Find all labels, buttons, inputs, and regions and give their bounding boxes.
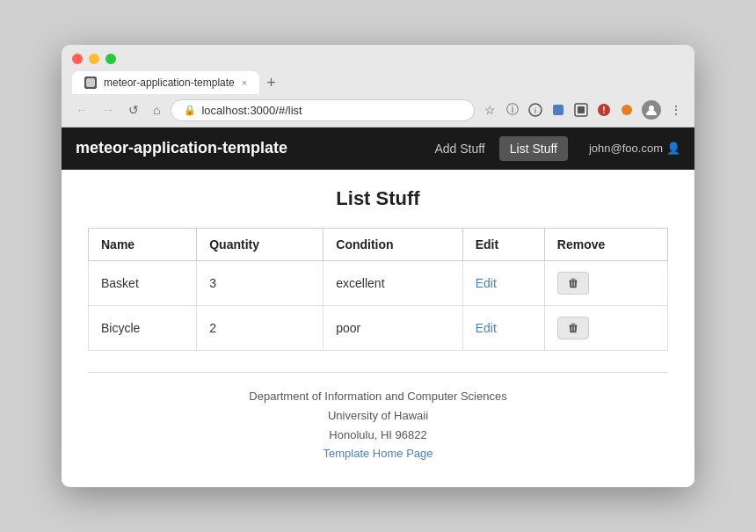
svg-rect-0 [86, 78, 95, 87]
shield-icon[interactable]: i [527, 102, 543, 118]
trash-icon [567, 277, 579, 289]
footer-line3: Honolulu, HI 96822 [88, 426, 668, 445]
home-button[interactable]: ⌂ [149, 101, 164, 119]
user-icon: 👤 [666, 142, 680, 155]
browser-tab[interactable]: meteor-application-template × [72, 71, 259, 94]
col-edit: Edit [462, 228, 544, 260]
extension-icon3[interactable]: ! [596, 102, 612, 118]
title-bar: meteor-application-template × + [62, 45, 694, 94]
table-body: Basket 3 excellent Edit Bicyc [89, 260, 668, 350]
table-header-row: Name Quantity Condition Edit Remove [89, 228, 668, 260]
footer-line2: University of Hawaii [88, 406, 668, 426]
star-icon[interactable]: ☆ [482, 102, 498, 118]
col-condition: Condition [323, 228, 462, 260]
row2-remove-cell [544, 305, 667, 350]
close-button[interactable] [72, 54, 83, 64]
address-input[interactable]: 🔒 localhost:3000/#/list [171, 99, 475, 121]
tab-title: meteor-application-template [104, 77, 235, 89]
address-bar: ← → ↺ ⌂ 🔒 localhost:3000/#/list ☆ ⓘ i ! [62, 94, 694, 128]
url-display: localhost:3000/#/list [201, 104, 302, 117]
browser-toolbar-icons: ☆ ⓘ i ! ⋮ [482, 100, 684, 120]
extension-icon4[interactable] [619, 102, 635, 118]
row2-condition: poor [323, 305, 462, 350]
svg-rect-3 [553, 105, 563, 115]
svg-text:i: i [534, 106, 536, 115]
app-content: meteor-application-template Add Stuff Li… [62, 128, 694, 487]
new-tab-button[interactable]: + [259, 71, 283, 94]
user-info: john@foo.com 👤 [589, 142, 680, 155]
stuff-table: Name Quantity Condition Edit Remove Bask… [88, 228, 668, 351]
col-name: Name [89, 228, 197, 260]
footer-home-link[interactable]: Template Home Page [323, 447, 433, 460]
row2-remove-button[interactable] [557, 317, 589, 339]
row2-name: Bicycle [89, 305, 197, 350]
browser-window: meteor-application-template × + ← → ↺ ⌂ … [62, 45, 694, 487]
row1-name: Basket [89, 260, 197, 305]
page-footer: Department of Information and Computer S… [88, 372, 668, 461]
nav-add-stuff[interactable]: Add Stuff [424, 136, 495, 161]
row1-quantity: 3 [197, 260, 323, 305]
user-avatar-icon[interactable] [642, 100, 661, 120]
lock-icon: 🔒 [184, 105, 196, 116]
col-remove: Remove [544, 228, 667, 260]
forward-button[interactable]: → [98, 101, 118, 119]
page-title: List Stuff [88, 187, 668, 210]
svg-text:!: ! [602, 106, 605, 115]
col-quantity: Quantity [197, 228, 323, 260]
tabs-bar: meteor-application-template × + [72, 71, 684, 94]
nav-links: Add Stuff List Stuff [424, 136, 568, 161]
back-button[interactable]: ← [72, 101, 91, 119]
page-body: List Stuff Name Quantity Condition Edit … [62, 170, 694, 487]
app-title: meteor-application-template [76, 139, 287, 157]
extension-icon2[interactable] [573, 102, 589, 118]
tab-favicon [84, 77, 97, 89]
maximize-button[interactable] [105, 54, 116, 64]
footer-line1: Department of Information and Computer S… [88, 387, 668, 406]
svg-rect-8 [622, 105, 632, 115]
svg-rect-5 [578, 106, 585, 113]
table-head: Name Quantity Condition Edit Remove [89, 228, 668, 260]
extension-icon1[interactable] [550, 102, 566, 118]
nav-list-stuff[interactable]: List Stuff [499, 136, 568, 161]
trash-icon [567, 322, 579, 334]
row1-remove-cell [544, 260, 667, 305]
row1-edit-link[interactable]: Edit [476, 276, 497, 290]
user-email: john@foo.com [589, 142, 663, 155]
row1-condition: excellent [323, 260, 462, 305]
traffic-lights [72, 54, 684, 64]
row1-remove-button[interactable] [557, 272, 589, 295]
table-row: Basket 3 excellent Edit [89, 260, 668, 305]
row1-edit-cell: Edit [462, 260, 544, 305]
row2-edit-link[interactable]: Edit [476, 321, 497, 335]
row2-quantity: 2 [197, 305, 323, 350]
minimize-button[interactable] [89, 54, 99, 64]
tab-close-icon[interactable]: × [242, 77, 247, 88]
app-navbar: meteor-application-template Add Stuff Li… [62, 128, 694, 170]
info-icon[interactable]: ⓘ [505, 102, 520, 118]
menu-icon[interactable]: ⋮ [668, 102, 684, 118]
footer-text: Department of Information and Computer S… [88, 387, 668, 445]
reload-button[interactable]: ↺ [125, 101, 142, 119]
table-row: Bicycle 2 poor Edit [89, 305, 668, 350]
row2-edit-cell: Edit [462, 305, 544, 350]
